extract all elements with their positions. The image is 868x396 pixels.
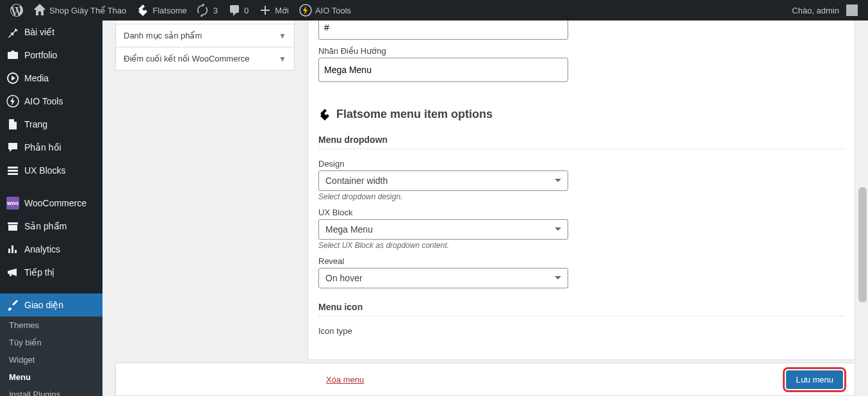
blocks-icon [6,164,19,177]
sidebar-portfolio[interactable]: Portfolio [0,44,102,67]
icon-type-label: Icon type [318,326,844,336]
design-select[interactable]: Container width [318,170,568,191]
flatsome-icon [318,108,331,121]
sidebar-marketing[interactable]: Tiếp thị [0,261,102,284]
flatsome-link[interactable]: Flatsome [131,0,192,21]
comment-icon [228,4,241,17]
comment-icon [6,141,19,154]
comments-link[interactable]: 0 [223,0,254,21]
reveal-label: Reveal [318,256,844,266]
howdy-link[interactable]: Chào, admin [787,0,863,21]
chart-icon [6,243,19,256]
pin-icon [6,26,19,38]
media-icon [6,72,19,85]
reveal-select[interactable]: On hover [318,268,568,288]
menu-footer: Xóa menu Lưu menu [115,363,855,396]
site-name: Shop Giày Thể Thao [49,6,126,15]
uxblock-label: UX Block [318,208,844,217]
lightning-icon [299,4,312,17]
chevron-down-icon: ▼ [279,31,286,40]
acc-product-categories[interactable]: Danh mục sản phẩm▼ [115,24,295,47]
sidebar-aiotools[interactable]: AIO Tools [0,90,102,113]
sub-widgets[interactable]: Widget [0,351,102,368]
sidebar-uxblocks[interactable]: UX Blocks [0,159,102,182]
sub-install-plugins[interactable]: Install Plugins [0,386,102,396]
sidebar-feedback[interactable]: Phản hồi [0,136,102,159]
design-help: Select dropdown design. [318,192,844,201]
sidebar-pages[interactable]: Trang [0,113,102,136]
avatar-icon [846,4,858,16]
archive-icon [6,220,19,233]
site-name-link[interactable]: Shop Giày Thể Thao [28,0,131,21]
delete-menu-link[interactable]: Xóa menu [326,375,364,384]
save-menu-button[interactable]: Lưu menu [786,370,843,389]
plus-icon [259,4,272,17]
home-icon [33,4,46,17]
uxblock-select[interactable]: Mega Menu [318,219,568,240]
portfolio-icon [6,49,19,62]
design-label: Design [318,159,844,169]
flatsome-options-title: Flatsome menu item options [336,108,493,121]
flatsome-icon [136,4,149,17]
page-icon [6,118,19,131]
sidebar-products[interactable]: Sản phẩm [0,215,102,238]
sidebar-appearance[interactable]: Giao diện [0,293,102,317]
url-input[interactable] [318,21,568,40]
chevron-down-icon: ▼ [279,54,286,63]
admin-bar: Shop Giày Thể Thao Flatsome 3 0 Mới AIO … [0,0,868,21]
scrollbar[interactable] [857,21,868,396]
brush-icon [6,299,19,311]
menu-icon-title: Menu icon [318,298,844,317]
wordpress-icon [10,4,23,17]
nav-label-input[interactable] [318,58,568,82]
nav-label: Nhãn Điều Hướng [318,46,844,56]
woo-icon: woo [6,197,19,210]
update-icon [197,4,210,17]
menu-item-editor: Nhãn Điều Hướng Flatsome menu item optio… [307,21,855,396]
add-items-accordion: Chuyên mục▼ Danh mục sản phẩm▼ Điểm cuối… [115,1,295,396]
sidebar-media[interactable]: Media [0,67,102,90]
new-link[interactable]: Mới [254,0,294,21]
sub-customize[interactable]: Tùy biến [0,334,102,351]
updates-link[interactable]: 3 [192,0,223,21]
uxblock-help: Select UX Block as dropdown content. [318,241,844,250]
admin-sidebar: Bài viết Portfolio Media AIO Tools Trang… [0,21,102,396]
sub-menu[interactable]: Menu [0,368,102,386]
sidebar-analytics[interactable]: Analytics [0,238,102,261]
sidebar-posts[interactable]: Bài viết [0,21,102,44]
scrollbar-thumb[interactable] [858,187,867,302]
menu-dropdown-title: Menu dropdown [318,131,844,149]
main-content: Chuyên mục▼ Danh mục sản phẩm▼ Điểm cuối… [102,21,868,396]
megaphone-icon [6,266,19,279]
sidebar-woocommerce[interactable]: wooWooCommerce [0,192,102,215]
acc-woo-endpoints[interactable]: Điểm cuối kết nối WooCommerce▼ [115,47,295,70]
aiotools-link[interactable]: AIO Tools [294,0,356,21]
wp-logo[interactable] [5,0,28,21]
lightning-icon [6,95,19,108]
sub-themes[interactable]: Themes [0,317,102,334]
